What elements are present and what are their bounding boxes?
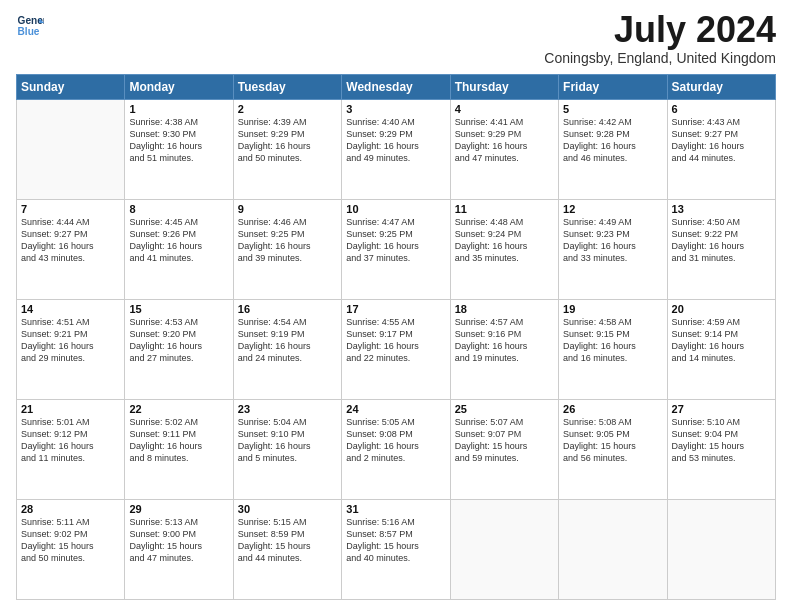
day-number: 20 <box>672 303 771 315</box>
day-info: Sunrise: 4:47 AM Sunset: 9:25 PM Dayligh… <box>346 216 445 265</box>
day-info: Sunrise: 5:07 AM Sunset: 9:07 PM Dayligh… <box>455 416 554 465</box>
week-row-4: 21Sunrise: 5:01 AM Sunset: 9:12 PM Dayli… <box>17 400 776 500</box>
day-number: 28 <box>21 503 120 515</box>
day-cell <box>667 500 775 600</box>
day-cell: 18Sunrise: 4:57 AM Sunset: 9:16 PM Dayli… <box>450 300 558 400</box>
day-info: Sunrise: 5:11 AM Sunset: 9:02 PM Dayligh… <box>21 516 120 565</box>
day-number: 16 <box>238 303 337 315</box>
day-number: 4 <box>455 103 554 115</box>
col-wednesday: Wednesday <box>342 75 450 100</box>
day-number: 23 <box>238 403 337 415</box>
day-cell: 15Sunrise: 4:53 AM Sunset: 9:20 PM Dayli… <box>125 300 233 400</box>
day-info: Sunrise: 5:13 AM Sunset: 9:00 PM Dayligh… <box>129 516 228 565</box>
day-info: Sunrise: 4:38 AM Sunset: 9:30 PM Dayligh… <box>129 116 228 165</box>
week-row-3: 14Sunrise: 4:51 AM Sunset: 9:21 PM Dayli… <box>17 300 776 400</box>
day-number: 1 <box>129 103 228 115</box>
day-cell: 1Sunrise: 4:38 AM Sunset: 9:30 PM Daylig… <box>125 100 233 200</box>
day-cell: 21Sunrise: 5:01 AM Sunset: 9:12 PM Dayli… <box>17 400 125 500</box>
day-number: 3 <box>346 103 445 115</box>
day-info: Sunrise: 4:48 AM Sunset: 9:24 PM Dayligh… <box>455 216 554 265</box>
day-cell <box>559 500 667 600</box>
day-number: 18 <box>455 303 554 315</box>
col-sunday: Sunday <box>17 75 125 100</box>
svg-text:Blue: Blue <box>18 26 40 37</box>
day-cell: 10Sunrise: 4:47 AM Sunset: 9:25 PM Dayli… <box>342 200 450 300</box>
day-cell <box>17 100 125 200</box>
day-info: Sunrise: 4:49 AM Sunset: 9:23 PM Dayligh… <box>563 216 662 265</box>
day-cell: 28Sunrise: 5:11 AM Sunset: 9:02 PM Dayli… <box>17 500 125 600</box>
day-info: Sunrise: 5:10 AM Sunset: 9:04 PM Dayligh… <box>672 416 771 465</box>
page: General Blue July 2024 Coningsby, Englan… <box>0 0 792 612</box>
day-cell: 24Sunrise: 5:05 AM Sunset: 9:08 PM Dayli… <box>342 400 450 500</box>
col-saturday: Saturday <box>667 75 775 100</box>
day-cell: 27Sunrise: 5:10 AM Sunset: 9:04 PM Dayli… <box>667 400 775 500</box>
day-cell: 22Sunrise: 5:02 AM Sunset: 9:11 PM Dayli… <box>125 400 233 500</box>
day-info: Sunrise: 4:57 AM Sunset: 9:16 PM Dayligh… <box>455 316 554 365</box>
day-cell: 11Sunrise: 4:48 AM Sunset: 9:24 PM Dayli… <box>450 200 558 300</box>
day-cell: 12Sunrise: 4:49 AM Sunset: 9:23 PM Dayli… <box>559 200 667 300</box>
day-info: Sunrise: 4:45 AM Sunset: 9:26 PM Dayligh… <box>129 216 228 265</box>
day-cell: 4Sunrise: 4:41 AM Sunset: 9:29 PM Daylig… <box>450 100 558 200</box>
day-number: 25 <box>455 403 554 415</box>
week-row-5: 28Sunrise: 5:11 AM Sunset: 9:02 PM Dayli… <box>17 500 776 600</box>
day-number: 9 <box>238 203 337 215</box>
day-cell: 29Sunrise: 5:13 AM Sunset: 9:00 PM Dayli… <box>125 500 233 600</box>
day-info: Sunrise: 4:58 AM Sunset: 9:15 PM Dayligh… <box>563 316 662 365</box>
logo-icon: General Blue <box>16 12 44 40</box>
col-tuesday: Tuesday <box>233 75 341 100</box>
day-cell: 7Sunrise: 4:44 AM Sunset: 9:27 PM Daylig… <box>17 200 125 300</box>
header: General Blue July 2024 Coningsby, Englan… <box>16 12 776 66</box>
day-info: Sunrise: 4:59 AM Sunset: 9:14 PM Dayligh… <box>672 316 771 365</box>
col-friday: Friday <box>559 75 667 100</box>
day-cell: 19Sunrise: 4:58 AM Sunset: 9:15 PM Dayli… <box>559 300 667 400</box>
day-info: Sunrise: 4:42 AM Sunset: 9:28 PM Dayligh… <box>563 116 662 165</box>
day-info: Sunrise: 4:50 AM Sunset: 9:22 PM Dayligh… <box>672 216 771 265</box>
day-number: 27 <box>672 403 771 415</box>
day-info: Sunrise: 5:01 AM Sunset: 9:12 PM Dayligh… <box>21 416 120 465</box>
day-info: Sunrise: 4:46 AM Sunset: 9:25 PM Dayligh… <box>238 216 337 265</box>
day-cell: 17Sunrise: 4:55 AM Sunset: 9:17 PM Dayli… <box>342 300 450 400</box>
calendar-table: Sunday Monday Tuesday Wednesday Thursday… <box>16 74 776 600</box>
day-number: 14 <box>21 303 120 315</box>
day-cell: 31Sunrise: 5:16 AM Sunset: 8:57 PM Dayli… <box>342 500 450 600</box>
day-cell: 25Sunrise: 5:07 AM Sunset: 9:07 PM Dayli… <box>450 400 558 500</box>
week-row-2: 7Sunrise: 4:44 AM Sunset: 9:27 PM Daylig… <box>17 200 776 300</box>
day-cell: 13Sunrise: 4:50 AM Sunset: 9:22 PM Dayli… <box>667 200 775 300</box>
day-cell: 8Sunrise: 4:45 AM Sunset: 9:26 PM Daylig… <box>125 200 233 300</box>
day-number: 2 <box>238 103 337 115</box>
day-cell: 6Sunrise: 4:43 AM Sunset: 9:27 PM Daylig… <box>667 100 775 200</box>
day-number: 15 <box>129 303 228 315</box>
day-info: Sunrise: 4:39 AM Sunset: 9:29 PM Dayligh… <box>238 116 337 165</box>
day-info: Sunrise: 4:44 AM Sunset: 9:27 PM Dayligh… <box>21 216 120 265</box>
day-number: 22 <box>129 403 228 415</box>
day-number: 13 <box>672 203 771 215</box>
day-info: Sunrise: 4:40 AM Sunset: 9:29 PM Dayligh… <box>346 116 445 165</box>
day-info: Sunrise: 5:15 AM Sunset: 8:59 PM Dayligh… <box>238 516 337 565</box>
day-info: Sunrise: 4:55 AM Sunset: 9:17 PM Dayligh… <box>346 316 445 365</box>
day-cell: 3Sunrise: 4:40 AM Sunset: 9:29 PM Daylig… <box>342 100 450 200</box>
header-row: Sunday Monday Tuesday Wednesday Thursday… <box>17 75 776 100</box>
day-number: 8 <box>129 203 228 215</box>
day-cell: 16Sunrise: 4:54 AM Sunset: 9:19 PM Dayli… <box>233 300 341 400</box>
day-cell: 5Sunrise: 4:42 AM Sunset: 9:28 PM Daylig… <box>559 100 667 200</box>
day-info: Sunrise: 4:54 AM Sunset: 9:19 PM Dayligh… <box>238 316 337 365</box>
day-number: 6 <box>672 103 771 115</box>
day-number: 10 <box>346 203 445 215</box>
day-info: Sunrise: 5:02 AM Sunset: 9:11 PM Dayligh… <box>129 416 228 465</box>
day-number: 30 <box>238 503 337 515</box>
day-number: 5 <box>563 103 662 115</box>
logo: General Blue <box>16 12 44 40</box>
col-thursday: Thursday <box>450 75 558 100</box>
day-cell: 9Sunrise: 4:46 AM Sunset: 9:25 PM Daylig… <box>233 200 341 300</box>
day-info: Sunrise: 4:43 AM Sunset: 9:27 PM Dayligh… <box>672 116 771 165</box>
day-info: Sunrise: 4:41 AM Sunset: 9:29 PM Dayligh… <box>455 116 554 165</box>
day-info: Sunrise: 5:08 AM Sunset: 9:05 PM Dayligh… <box>563 416 662 465</box>
day-info: Sunrise: 4:51 AM Sunset: 9:21 PM Dayligh… <box>21 316 120 365</box>
day-info: Sunrise: 5:05 AM Sunset: 9:08 PM Dayligh… <box>346 416 445 465</box>
col-monday: Monday <box>125 75 233 100</box>
day-cell: 14Sunrise: 4:51 AM Sunset: 9:21 PM Dayli… <box>17 300 125 400</box>
day-number: 12 <box>563 203 662 215</box>
day-number: 29 <box>129 503 228 515</box>
day-number: 26 <box>563 403 662 415</box>
day-info: Sunrise: 5:04 AM Sunset: 9:10 PM Dayligh… <box>238 416 337 465</box>
